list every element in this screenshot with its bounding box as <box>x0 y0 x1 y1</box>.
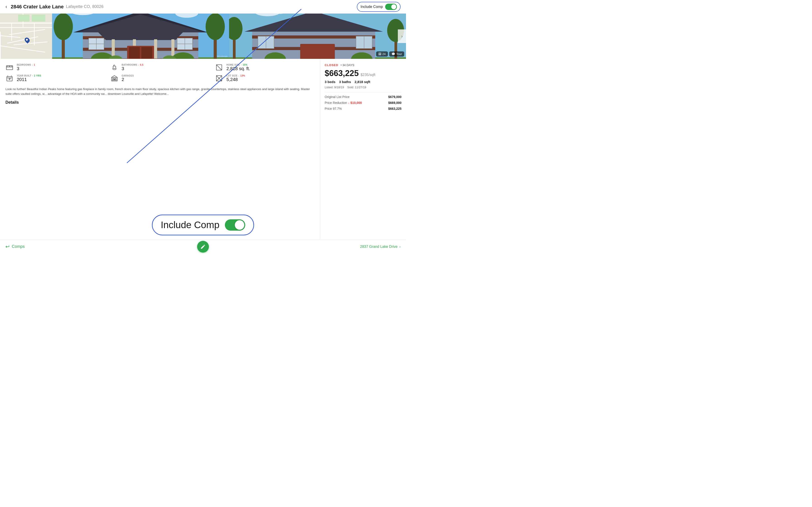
photo-icon: 🖼 <box>378 52 381 56</box>
stat-homesize: HOME SIZE ↑ 15% 2,818 sq. ft. <box>215 63 314 71</box>
stat-bathrooms-value: 3 <box>122 66 144 71</box>
stat-bedrooms: BEDROOMS ↓ 1 3 <box>5 63 105 71</box>
photo-panel-1[interactable]: REcolorado <box>52 13 229 59</box>
svg-rect-55 <box>6 67 13 70</box>
tour-badge[interactable]: 💬 Tour <box>389 51 404 57</box>
svg-rect-17 <box>154 39 157 59</box>
stat-bathrooms-label: BATHROOMS ↓ 0.5 <box>122 64 144 66</box>
svg-point-35 <box>205 13 225 40</box>
next-property-link[interactable]: 2837 Grand Lake Drive › <box>360 245 401 249</box>
stat-garages: GARAGES 2 <box>110 74 210 82</box>
next-photo-arrow[interactable]: › <box>398 30 406 43</box>
svg-rect-64 <box>7 76 12 81</box>
reduction-badge: ↓ $10,000 <box>348 101 362 105</box>
include-comp-toggle-switch[interactable] <box>385 4 397 10</box>
beds-baths-sqft-row: 3 beds 3 baths 2,818 sqft <box>325 80 401 84</box>
svg-point-33 <box>54 13 73 40</box>
stat-yearbuilt: YEAR BUILT ↑ 2 yrs 2011 <box>5 74 105 82</box>
bed-icon <box>5 63 14 71</box>
stat-lotsize-label: LOT SIZE ↓ 13% <box>226 74 245 77</box>
include-comp-toggle-large[interactable] <box>225 219 245 231</box>
left-panel: BEDROOMS ↓ 1 3 BATHROOMS ↓ 0.5 <box>0 59 320 240</box>
sale-price: $663,225 <box>325 69 359 78</box>
main-content: BEDROOMS ↓ 1 3 BATHROOMS ↓ 0.5 <box>0 59 406 240</box>
stat-garages-details: GARAGES 2 <box>122 74 134 82</box>
stat-bedrooms-label: BEDROOMS ↓ 1 <box>17 64 35 66</box>
year-built-icon <box>5 74 14 82</box>
garage-icon <box>110 74 118 82</box>
stat-homesize-details: HOME SIZE ↑ 15% 2,818 sq. ft. <box>226 64 250 71</box>
map-road <box>0 46 45 53</box>
toggle-knob <box>391 4 396 9</box>
sold-date: Sold: 11/27/19 <box>347 86 366 89</box>
header: ‹ 2846 Crater Lake Lane Lafayette CO, 80… <box>0 0 406 13</box>
lot-size-icon <box>215 74 223 82</box>
include-comp-header-toggle[interactable]: Include Comp <box>357 2 401 12</box>
tour-label: Tour <box>396 52 402 56</box>
stat-lotsize-value: 5,248 <box>226 77 245 82</box>
photo-watermark: REcolorado <box>217 55 228 57</box>
price-reduction-label: Price Reduction ↓ $10,000 <box>325 101 362 105</box>
stat-yearbuilt-value: 2011 <box>17 77 41 82</box>
stat-homesize-label: HOME SIZE ↑ 15% <box>226 64 250 66</box>
next-address: 2837 Grand Lake Drive <box>360 245 397 249</box>
map-road <box>14 42 48 45</box>
map-road <box>11 23 12 41</box>
toggle-knob-large <box>235 220 245 230</box>
include-comp-header-label: Include Comp <box>360 5 383 9</box>
yearbuilt-diff: ↑ 2 yrs <box>32 74 41 77</box>
price-history: Original List Price $679,000 Price Reduc… <box>325 92 401 110</box>
map-pin <box>23 37 31 44</box>
include-comp-overlay-label: Include Comp <box>161 220 219 230</box>
bath-count: 3 baths <box>339 80 351 84</box>
svg-rect-48 <box>300 44 335 59</box>
map-background <box>0 13 52 59</box>
map-panel <box>0 13 52 59</box>
days-on-market: • 34 DAYS <box>341 63 354 67</box>
bottom-bar: ↩ Comps 2837 Grand Lake Drive › <box>0 239 406 253</box>
property-address: 2846 Crater Lake Lane <box>11 4 64 10</box>
price-reduction-row: Price Reduction ↓ $10,000 $669,000 <box>325 101 401 105</box>
next-arrow-icon: › <box>399 245 401 249</box>
right-panel: CLOSED • 34 DAYS $663,225 $235/sqft 3 be… <box>320 59 406 240</box>
svg-rect-26 <box>129 47 140 59</box>
photo-panel-2: 🖼 24 💬 Tour › <box>229 13 406 59</box>
map-park <box>18 15 30 21</box>
stat-bathrooms-details: BATHROOMS ↓ 0.5 3 <box>122 64 144 71</box>
sqft-count: 2,818 sqft <box>355 80 370 84</box>
comps-link[interactable]: ↩ Comps <box>5 244 25 250</box>
stat-bedrooms-value: 3 <box>17 66 35 71</box>
map-road <box>0 32 1 59</box>
lotsize-diff: ↓ 13% <box>238 74 245 77</box>
bed-count: 3 beds <box>325 80 336 84</box>
original-list-price-value: $679,000 <box>388 95 401 99</box>
home-size-icon <box>215 63 223 71</box>
details-heading: Details <box>5 100 314 105</box>
svg-marker-14 <box>98 33 183 40</box>
svg-rect-27 <box>141 47 152 59</box>
stat-garages-value: 2 <box>122 77 134 82</box>
tour-icon: 💬 <box>392 52 395 56</box>
include-comp-overlay[interactable]: Include Comp <box>152 215 254 235</box>
price-reduction-value: $669,000 <box>388 101 401 105</box>
back-button[interactable]: ‹ <box>5 4 7 10</box>
svg-point-70 <box>114 79 115 80</box>
comps-back-icon: ↩ <box>5 244 9 250</box>
comps-label: Comps <box>12 244 25 249</box>
svg-rect-57 <box>10 66 12 67</box>
property-description: Look no further! Beautiful Indian Peaks … <box>5 87 314 97</box>
bedrooms-diff: ↓ 1 <box>32 64 35 66</box>
svg-rect-56 <box>7 66 9 67</box>
photo-count-badge[interactable]: 🖼 24 <box>376 51 388 57</box>
stat-homesize-value: 2,818 sq. ft. <box>226 66 250 71</box>
final-price-row: Price 97.7% $663,225 <box>325 107 401 110</box>
final-price-label: Price 97.7% <box>325 107 342 110</box>
pencil-icon <box>200 244 206 249</box>
map-road <box>0 27 52 28</box>
edit-fab-button[interactable] <box>197 241 209 252</box>
bathrooms-diff: ↓ 0.5 <box>138 64 143 66</box>
stat-yearbuilt-details: YEAR BUILT ↑ 2 yrs 2011 <box>17 74 41 82</box>
map-road <box>0 23 52 23</box>
homesize-diff: ↑ 15% <box>241 64 247 66</box>
bath-icon <box>110 63 118 71</box>
